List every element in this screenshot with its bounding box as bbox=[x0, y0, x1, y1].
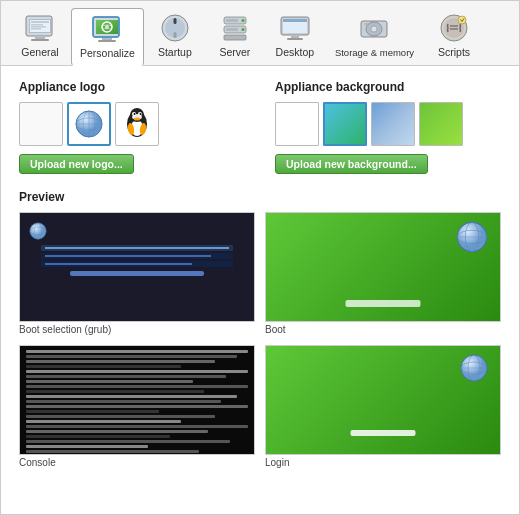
bg-thumb-green[interactable] bbox=[419, 102, 463, 146]
preview-grub-img bbox=[19, 212, 255, 322]
preview-grid: Boot selection (grub) bbox=[19, 212, 501, 468]
preview-title: Preview bbox=[19, 190, 501, 204]
nav-item-desktop[interactable]: Desktop bbox=[266, 7, 324, 65]
background-title: Appliance background bbox=[275, 80, 501, 94]
svg-rect-28 bbox=[224, 35, 246, 40]
desktop-icon bbox=[279, 12, 311, 44]
nav-item-storage[interactable]: Storage & memory bbox=[326, 8, 423, 65]
logo-title: Appliance logo bbox=[19, 80, 245, 94]
svg-rect-7 bbox=[31, 26, 46, 28]
preview-login-label: Login bbox=[265, 457, 501, 468]
console-line bbox=[26, 440, 230, 443]
globe-icon bbox=[73, 108, 105, 140]
nav-item-startup[interactable]: Startup bbox=[146, 7, 204, 65]
console-line bbox=[26, 425, 248, 428]
svg-rect-6 bbox=[31, 24, 43, 26]
preview-item-login: Login bbox=[265, 345, 501, 468]
console-line bbox=[26, 405, 248, 408]
boot-globe-icon bbox=[454, 219, 490, 255]
preview-section: Preview bbox=[19, 190, 501, 468]
preview-console-img bbox=[19, 345, 255, 455]
background-section: Appliance background Upload new backgrou… bbox=[275, 80, 501, 174]
console-line bbox=[26, 435, 170, 438]
svg-rect-33 bbox=[287, 38, 303, 40]
svg-point-61 bbox=[30, 223, 46, 239]
preview-item-boot: Boot bbox=[265, 212, 501, 335]
main-content: Appliance logo bbox=[1, 66, 519, 478]
top-nav: General Persona bbox=[1, 1, 519, 66]
nav-label-general: General bbox=[21, 46, 58, 58]
nav-label-personalize: Personalize bbox=[80, 47, 135, 59]
server-icon bbox=[219, 12, 251, 44]
preview-item-console: Console bbox=[19, 345, 255, 468]
bg-thumb-white[interactable] bbox=[275, 102, 319, 146]
preview-boot-img bbox=[265, 212, 501, 322]
logo-section: Appliance logo bbox=[19, 80, 245, 174]
console-line bbox=[26, 430, 208, 433]
svg-rect-27 bbox=[226, 28, 238, 31]
grub-globe-icon bbox=[28, 221, 48, 241]
console-line bbox=[26, 360, 215, 363]
upload-background-button[interactable]: Upload new background... bbox=[275, 154, 428, 174]
svg-point-25 bbox=[241, 28, 244, 31]
login-globe-icon bbox=[458, 352, 490, 384]
console-line bbox=[26, 400, 221, 403]
nav-item-general[interactable]: General bbox=[11, 7, 69, 65]
console-line bbox=[26, 350, 248, 353]
svg-rect-21 bbox=[173, 32, 176, 38]
scripts-icon bbox=[438, 12, 470, 44]
svg-point-58 bbox=[134, 118, 140, 121]
console-line bbox=[26, 370, 248, 373]
console-line bbox=[26, 410, 159, 413]
preview-grub-label: Boot selection (grub) bbox=[19, 324, 255, 335]
logo-thumb-globe[interactable] bbox=[67, 102, 111, 146]
svg-rect-26 bbox=[226, 19, 238, 22]
svg-point-57 bbox=[140, 113, 142, 115]
svg-rect-20 bbox=[173, 18, 176, 24]
console-line bbox=[26, 450, 199, 453]
svg-rect-17 bbox=[98, 40, 116, 42]
nav-label-storage: Storage & memory bbox=[335, 47, 414, 58]
nav-label-server: Server bbox=[219, 46, 250, 58]
bg-thumbnails bbox=[275, 102, 501, 146]
svg-point-14 bbox=[105, 25, 109, 29]
logo-thumb-tux[interactable] bbox=[115, 102, 159, 146]
sections-row: Appliance logo bbox=[19, 80, 501, 174]
storage-icon bbox=[358, 13, 390, 45]
console-line bbox=[26, 380, 193, 383]
upload-logo-button[interactable]: Upload new logo... bbox=[19, 154, 134, 174]
preview-item-grub: Boot selection (grub) bbox=[19, 212, 255, 335]
bg-thumb-greenblue[interactable] bbox=[323, 102, 367, 146]
nav-item-server[interactable]: Server bbox=[206, 7, 264, 65]
svg-rect-39 bbox=[364, 23, 368, 25]
startup-icon bbox=[159, 12, 191, 44]
nav-label-scripts: Scripts bbox=[438, 46, 470, 58]
svg-point-56 bbox=[134, 113, 136, 115]
bg-thumb-blue[interactable] bbox=[371, 102, 415, 146]
console-line bbox=[26, 365, 181, 368]
logo-thumbnails bbox=[19, 102, 245, 146]
general-icon bbox=[24, 12, 56, 44]
nav-item-personalize[interactable]: Personalize bbox=[71, 8, 144, 66]
console-line bbox=[26, 390, 204, 393]
console-line bbox=[26, 385, 248, 388]
tux-icon bbox=[123, 106, 151, 142]
nav-label-desktop: Desktop bbox=[276, 46, 315, 58]
console-line bbox=[26, 445, 148, 448]
console-line bbox=[26, 375, 226, 378]
personalize-icon bbox=[91, 13, 123, 45]
preview-login-img bbox=[265, 345, 501, 455]
console-line bbox=[26, 395, 237, 398]
preview-console-label: Console bbox=[19, 457, 255, 468]
console-line bbox=[26, 415, 215, 418]
svg-rect-5 bbox=[31, 21, 49, 23]
nav-item-scripts[interactable]: Scripts bbox=[425, 7, 483, 65]
svg-point-24 bbox=[241, 19, 244, 22]
preview-boot-label: Boot bbox=[265, 324, 501, 335]
nav-label-startup: Startup bbox=[158, 46, 192, 58]
svg-point-44 bbox=[458, 16, 466, 24]
svg-rect-3 bbox=[31, 39, 49, 41]
logo-thumb-empty[interactable] bbox=[19, 102, 63, 146]
svg-rect-8 bbox=[31, 28, 41, 30]
svg-rect-31 bbox=[283, 19, 307, 22]
